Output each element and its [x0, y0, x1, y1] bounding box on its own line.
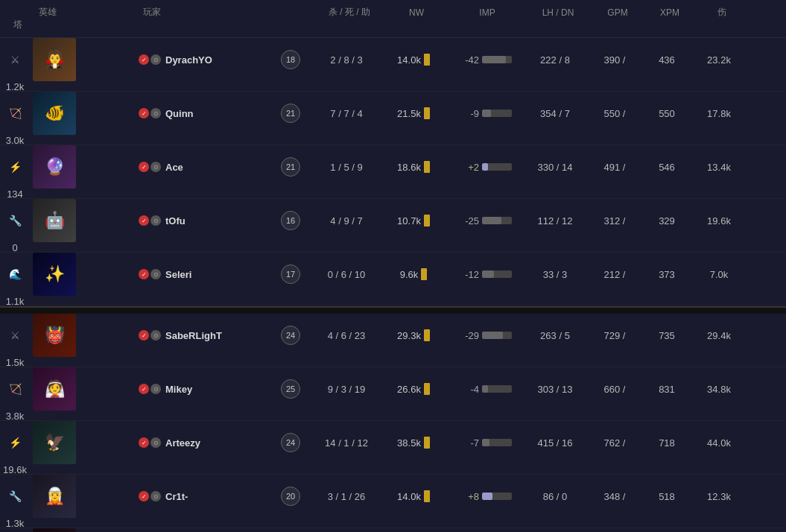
player-name[interactable]: Mikey — [165, 384, 192, 395]
nw-bar — [424, 490, 430, 502]
player-cell: ✓ ⊙ Quinn — [134, 108, 268, 119]
player-cell: ✓ ⊙ Ace — [134, 162, 268, 173]
role-icon: 🌊 — [0, 268, 30, 280]
gpm-cell: 729 / — [589, 330, 641, 341]
kda-cell: 3 / 1 / 26 — [313, 491, 380, 502]
player-name[interactable]: Seleri — [165, 269, 191, 280]
dmg-cell: 12.3k — [693, 491, 745, 502]
lhdn-cell: 330 / 14 — [522, 162, 589, 173]
player-name[interactable]: SabeRLighT — [165, 330, 222, 341]
xpm-cell: 718 — [641, 437, 693, 449]
gpm-header: GPM — [592, 7, 644, 18]
nw-value: 26.6k — [397, 384, 421, 395]
player-cell: ✓ ⊙ Mikey — [134, 384, 268, 395]
verify-red-icon: ✓ — [139, 330, 149, 341]
lhdn-cell: 112 / 12 — [522, 215, 589, 227]
role-icon: 🔧 — [0, 490, 30, 502]
verify-icons: ✓ ⊙ — [139, 330, 161, 341]
table-row: ⚡ 🦅 ✓ ⊙ Arteezy 24 14 / 1 / 12 38.5k -7 — [0, 421, 786, 475]
imp-value: -7 — [457, 437, 479, 449]
tower-cell: 3.8k — [0, 411, 30, 422]
tower-cell: 134 — [0, 189, 30, 200]
player-cell: ✓ ⊙ SabeRLighT — [134, 330, 268, 341]
imp-bar — [482, 110, 491, 117]
imp-value: -29 — [457, 330, 479, 341]
player-name[interactable]: Ace — [165, 162, 183, 173]
player-name[interactable]: DyrachYO — [165, 54, 212, 66]
table-header: 英雄 玩家 杀 / 死 / 助 NW IMP LH / DN GPM XPM 伤… — [0, 0, 786, 38]
lhdn-cell: 263 / 5 — [522, 330, 589, 341]
hero-cell: 🔮 — [30, 145, 134, 189]
verify-red-icon: ✓ — [139, 215, 149, 226]
hero-avatar: 🐠 — [33, 92, 76, 135]
match-table: 英雄 玩家 杀 / 死 / 助 NW IMP LH / DN GPM XPM 伤… — [0, 0, 786, 532]
nw-value: 14.0k — [397, 54, 421, 66]
kda-cell: 7 / 7 / 4 — [313, 108, 380, 119]
player-name[interactable]: Quinn — [165, 108, 194, 119]
verify-red-icon: ✓ — [139, 269, 149, 279]
verify-gray-icon: ⊙ — [150, 384, 161, 394]
xpm-cell: 373 — [641, 269, 693, 280]
player-name[interactable]: Cr1t- — [165, 491, 188, 502]
imp-bar — [482, 385, 488, 393]
level-cell: 24 — [268, 326, 313, 345]
verify-icons: ✓ ⊙ — [139, 437, 161, 448]
player-name[interactable]: Arteezy — [165, 437, 200, 449]
kda-cell: 4 / 6 / 23 — [313, 330, 380, 341]
tower-cell: 1.3k — [0, 518, 30, 529]
hero-avatar: 🤖 — [33, 199, 76, 242]
verify-red-icon: ✓ — [139, 108, 149, 118]
dmg-cell: 44.0k — [693, 437, 745, 449]
imp-value: -42 — [457, 54, 479, 66]
hero-avatar: 🦅 — [33, 421, 76, 464]
level-cell: 20 — [268, 487, 313, 506]
verify-gray-icon: ⊙ — [150, 108, 161, 118]
player-cell: ✓ ⊙ tOfu — [134, 215, 268, 227]
gpm-cell: 491 / — [589, 162, 641, 173]
kda-cell: 0 / 6 / 10 — [313, 269, 380, 280]
imp-bar-container — [482, 217, 512, 224]
verify-gray-icon: ⊙ — [150, 491, 161, 501]
imp-bar-container — [482, 110, 512, 117]
xpm-cell: 329 — [641, 215, 693, 227]
role-icon: ⚔ — [0, 54, 30, 66]
lhdn-cell: 303 / 13 — [522, 384, 589, 395]
verify-icons: ✓ ⊙ — [139, 269, 161, 279]
table-row: ⚔ 👹 ✓ ⊙ SabeRLighT 24 4 / 6 / 23 29.3k -… — [0, 314, 786, 367]
tower-header: 塔 — [3, 19, 33, 31]
player-name[interactable]: tOfu — [165, 215, 186, 227]
role-icon: 🏹 — [0, 107, 30, 119]
xpm-cell: 550 — [641, 108, 693, 119]
table-row: ⚔ 🧛 ✓ ⊙ DyrachYO 18 2 / 8 / 3 14.0k -42 — [0, 38, 786, 92]
table-row: 🏹 🐠 ✓ ⊙ Quinn 21 7 / 7 / 4 21.5k -9 — [0, 92, 786, 145]
nw-cell: 29.3k — [380, 329, 447, 341]
imp-bar-container — [482, 385, 512, 393]
xpm-cell: 735 — [641, 330, 693, 341]
level-cell: 17 — [268, 265, 313, 284]
nw-value: 10.7k — [397, 215, 421, 227]
team1-section: ⚔ 🧛 ✓ ⊙ DyrachYO 18 2 / 8 / 3 14.0k -42 — [0, 38, 786, 308]
gpm-cell: 212 / — [589, 269, 641, 280]
hero-cell: 🦅 — [30, 421, 134, 464]
kda-cell: 4 / 9 / 7 — [313, 215, 380, 227]
verify-icons: ✓ ⊙ — [139, 384, 161, 394]
nw-bar — [421, 268, 427, 280]
nw-value: 9.6k — [400, 269, 419, 280]
nw-bar — [424, 54, 430, 66]
verify-gray-icon: ⊙ — [150, 437, 161, 448]
xpm-cell: 436 — [641, 54, 693, 66]
table-row: 🌊 👺 ✓ ⊙ Fly 20 5 / 3 / 22 12.4k -11 — [0, 528, 786, 532]
table-row: ⚡ 🔮 ✓ ⊙ Ace 21 1 / 5 / 9 18.6k +2 — [0, 145, 786, 199]
verify-red-icon: ✓ — [139, 437, 149, 448]
verify-gray-icon: ⊙ — [150, 269, 161, 279]
nw-cell: 26.6k — [380, 383, 447, 395]
hero-avatar: 👹 — [33, 314, 76, 357]
tower-cell: 3.0k — [0, 135, 30, 146]
verify-red-icon: ✓ — [139, 54, 149, 65]
lhdn-cell: 33 / 3 — [522, 269, 589, 280]
role-icon: ⚡ — [0, 161, 30, 173]
imp-bar — [482, 439, 489, 446]
nw-bar — [424, 329, 430, 341]
level-badge: 21 — [281, 157, 300, 177]
hero-avatar: 👰 — [33, 367, 76, 411]
